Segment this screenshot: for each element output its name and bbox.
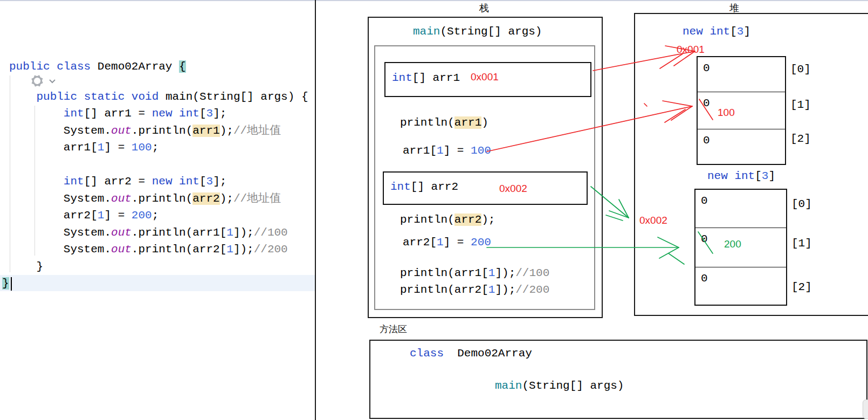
array2-index-2: [2]: [791, 281, 812, 293]
code-line[interactable]: System.out.println(arr1);//地址值: [9, 124, 281, 138]
stack-var-arr1: int[] arr1: [392, 71, 460, 85]
array1-index-1: [1]: [790, 99, 811, 111]
gutter-class-icon[interactable]: [30, 74, 58, 88]
stack-print-arr1-1: println(arr1[1]);//100: [400, 266, 549, 280]
stack-arr1-address: 0x001: [471, 71, 499, 83]
stack-arr2-address: 0x002: [499, 183, 527, 195]
array-cell: 0: [695, 190, 786, 228]
stack-println-arr2: println(arr2);: [400, 213, 495, 227]
code-line[interactable]: int[] arr2 = new int[3];: [9, 175, 226, 189]
text-caret: [11, 277, 12, 291]
heap-array1-address: 0x001: [677, 44, 705, 56]
code-line[interactable]: System.out.println(arr1[1]);//100: [9, 226, 288, 240]
pane-divider[interactable]: [315, 0, 316, 420]
stack-var-arr2: int[] arr2: [390, 180, 458, 194]
method-area-label: 方法区: [380, 323, 407, 335]
array-cell: 0: [695, 267, 786, 305]
method-area-main-line: main(String[] args): [495, 379, 624, 393]
code-line[interactable]: arr1[1] = 100;: [9, 141, 159, 155]
heap-array2-title: new int[3]: [707, 169, 775, 183]
array-cell: 0: [698, 57, 785, 92]
code-line[interactable]: }: [2, 277, 9, 291]
stack-println-arr1: println(arr1): [400, 116, 488, 130]
chevron-down-icon: [50, 80, 55, 82]
screenshot-root: public class Demo02Array { public static…: [0, 0, 868, 420]
array2-index-0: [0]: [791, 198, 812, 210]
array-cell: 0: [698, 129, 785, 164]
stack-assign-arr1: arr1[1] = 100: [403, 144, 491, 158]
scrollbar-thumb[interactable]: [863, 400, 868, 419]
stack-print-arr2-1: println(arr2[1]);//200: [400, 283, 549, 297]
code-line[interactable]: public class Demo02Array {: [9, 60, 186, 74]
code-line[interactable]: System.out.println(arr2[1]);//200: [9, 243, 288, 257]
code-line[interactable]: int[] arr1 = new int[3];: [9, 107, 226, 121]
array1-index-0: [0]: [790, 63, 811, 75]
array1-index-2: [2]: [790, 133, 811, 145]
stack-assign-arr2: arr2[1] = 200: [403, 236, 491, 250]
heap-array1-new-value: 100: [718, 107, 735, 119]
array-cell: 0: [698, 92, 785, 129]
array2-index-1: [1]: [791, 237, 812, 250]
heap-array2-address: 0x002: [639, 215, 667, 226]
heap-array1-box: 0 0 0: [697, 56, 786, 165]
code-line[interactable]: }: [9, 260, 43, 274]
stack-label: 栈: [479, 2, 489, 15]
stack-frame-title: main(String[] args): [413, 25, 542, 39]
code-line[interactable]: public static void main(String[] args) {: [9, 90, 308, 104]
code-line[interactable]: System.out.println(arr2);//地址值: [9, 192, 281, 206]
method-area-class-line: class Demo02Array: [410, 347, 532, 361]
code-line[interactable]: arr2[1] = 200;: [9, 209, 159, 223]
heap-array2-new-value: 200: [724, 238, 741, 250]
heap-array1-title: new int[3]: [683, 25, 750, 39]
window-top-border: [0, 0, 868, 1]
current-line-highlight: [0, 275, 315, 291]
